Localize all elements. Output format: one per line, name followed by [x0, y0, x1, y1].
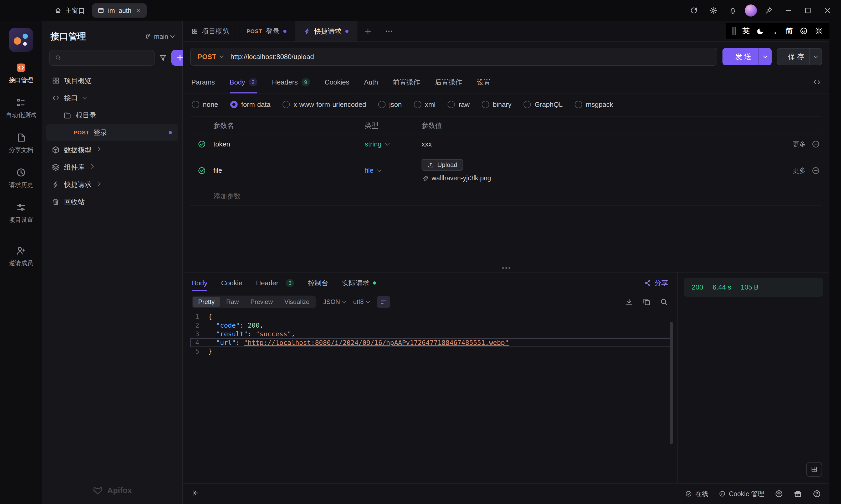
response-tab-console[interactable]: 控制台: [308, 272, 328, 293]
tab-post-operations[interactable]: 后置操作: [435, 71, 462, 93]
doc-tab-quick-request[interactable]: 快捷请求: [295, 21, 357, 41]
tree-item-api-group[interactable]: 接口: [46, 89, 178, 107]
remove-row-icon[interactable]: [811, 140, 820, 148]
send-options-button[interactable]: [758, 48, 772, 65]
ime-punctuation-mode[interactable]: ，: [772, 26, 779, 36]
bodytype-none[interactable]: none: [192, 101, 218, 109]
ime-settings-icon[interactable]: [815, 27, 823, 35]
filter-button[interactable]: [159, 50, 167, 66]
tab-pre-operations[interactable]: 前置操作: [393, 71, 420, 93]
pin-window-button[interactable]: [762, 3, 776, 18]
doc-tab-login[interactable]: POST 登录: [238, 21, 295, 41]
tree-item-data-models[interactable]: 数据模型: [46, 141, 178, 159]
user-avatar[interactable]: [745, 4, 757, 17]
app-settings-button[interactable]: [706, 3, 721, 18]
tree-item-login-endpoint[interactable]: POST 登录: [46, 124, 178, 141]
help-icon[interactable]: [813, 489, 821, 498]
ime-drag-handle[interactable]: [733, 27, 736, 35]
nav-invite-members[interactable]: 邀请成员: [0, 246, 42, 267]
layout-toggle-button[interactable]: [806, 462, 822, 477]
nav-project-settings[interactable]: 项目设置: [0, 202, 42, 224]
search-input[interactable]: [65, 54, 149, 62]
url-input[interactable]: [230, 53, 710, 61]
nav-request-history[interactable]: 请求历史: [0, 167, 42, 189]
notifications-button[interactable]: [725, 3, 740, 18]
tab-cookies[interactable]: Cookies: [325, 71, 349, 93]
close-project-tab-icon[interactable]: [135, 7, 141, 14]
ime-simplified-mode[interactable]: 简: [786, 26, 793, 36]
remove-row-icon[interactable]: [811, 166, 820, 175]
doc-tab-project-overview[interactable]: 项目概览: [183, 21, 238, 41]
gift-icon[interactable]: [794, 489, 802, 498]
tree-item-component-library[interactable]: 组件库: [46, 159, 178, 176]
scrollbar-thumb[interactable]: [670, 322, 673, 444]
save-options-button[interactable]: [809, 48, 822, 65]
bodytype-x-www-form-urlencoded[interactable]: x-www-form-urlencoded: [282, 101, 366, 109]
method-select[interactable]: POST: [198, 53, 226, 61]
online-status[interactable]: 在线: [685, 489, 708, 498]
encoding-select[interactable]: utf8: [353, 298, 370, 306]
bodytype-binary[interactable]: binary: [482, 101, 512, 109]
tab-params[interactable]: Params: [191, 71, 215, 93]
generate-code-button[interactable]: [813, 78, 821, 86]
view-preview[interactable]: Preview: [245, 296, 278, 307]
param-type-select[interactable]: file: [365, 166, 422, 175]
bodytype-raw[interactable]: raw: [448, 101, 470, 109]
bodytype-form-data[interactable]: form-data: [230, 101, 271, 109]
attached-file[interactable]: wallhaven-yjr3lk.png: [422, 174, 491, 182]
more-button[interactable]: 更多: [793, 166, 806, 175]
param-name-cell[interactable]: token: [213, 140, 365, 148]
moon-icon[interactable]: [756, 27, 765, 35]
upload-button[interactable]: Upload: [422, 159, 463, 170]
nav-automated-testing[interactable]: 自动化测试: [0, 97, 42, 119]
splitter-handle[interactable]: [502, 267, 510, 269]
format-select[interactable]: JSON: [323, 298, 346, 306]
more-button[interactable]: 更多: [793, 140, 806, 148]
tree-item-recycle-bin[interactable]: 回收站: [46, 193, 178, 211]
param-value-cell[interactable]: xxx: [422, 140, 763, 148]
response-tab-body[interactable]: Body: [192, 272, 207, 293]
sync-button[interactable]: [686, 3, 701, 18]
project-tab[interactable]: im_auth: [92, 3, 147, 18]
send-button[interactable]: 发 送: [722, 48, 764, 65]
maximize-button[interactable]: [801, 3, 815, 18]
tree-item-quick-requests[interactable]: 快捷请求: [46, 176, 178, 193]
response-url-link[interactable]: "http://localhost:8080/i/2024/09/16/hpAA…: [244, 339, 509, 346]
view-visualize[interactable]: Visualize: [279, 296, 315, 307]
copy-icon[interactable]: [642, 298, 651, 306]
param-name-cell[interactable]: file: [213, 166, 365, 175]
minimize-button[interactable]: [781, 3, 796, 18]
tree-item-root-folder[interactable]: 根目录: [46, 107, 178, 124]
download-icon[interactable]: [625, 298, 633, 306]
tab-body[interactable]: Body2: [230, 71, 257, 93]
nav-share-docs[interactable]: 分享文档: [0, 132, 42, 154]
view-raw[interactable]: Raw: [221, 296, 244, 307]
upgrade-icon[interactable]: [775, 489, 783, 498]
bodytype-msgpack[interactable]: msgpack: [575, 101, 613, 109]
ime-language-mode[interactable]: 英: [742, 26, 750, 36]
project-logo[interactable]: [9, 28, 33, 52]
param-type-select[interactable]: string: [365, 140, 422, 148]
close-window-button[interactable]: [820, 3, 835, 18]
share-button[interactable]: 分享: [645, 278, 668, 288]
branch-selector[interactable]: main: [144, 33, 174, 40]
collapse-sidebar-button[interactable]: [191, 489, 200, 499]
editor-scrollbar[interactable]: [669, 312, 674, 478]
tab-request-settings[interactable]: 设置: [477, 71, 491, 93]
response-tab-header[interactable]: Header3: [256, 272, 294, 293]
main-window-button[interactable]: 主窗口: [55, 6, 85, 15]
emoji-icon[interactable]: [800, 27, 808, 35]
tree-item-project-overview[interactable]: 项目概览: [46, 72, 178, 89]
bodytype-json[interactable]: json: [378, 101, 402, 109]
cookie-manager-button[interactable]: Cookie 管理: [719, 489, 764, 498]
tab-auth[interactable]: Auth: [364, 71, 378, 93]
response-body-editor[interactable]: 1 { 2 "code": 200, 3 "result": "success"…: [190, 312, 673, 478]
search-icon[interactable]: [660, 298, 668, 306]
search-box[interactable]: [49, 50, 155, 66]
nav-api-management[interactable]: 接口管理: [0, 62, 42, 84]
tab-list-button[interactable]: [378, 21, 399, 41]
bodytype-graphql[interactable]: GraphQL: [524, 101, 563, 109]
tab-headers[interactable]: Headers9: [272, 71, 310, 93]
param-enabled-checkbox[interactable]: [190, 166, 213, 175]
add-param-row[interactable]: 添加参数: [190, 187, 822, 205]
